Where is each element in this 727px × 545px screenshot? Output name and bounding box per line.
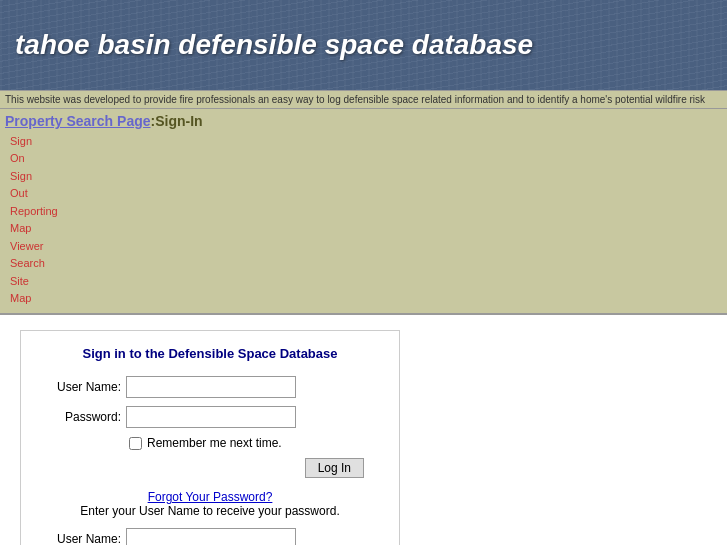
nav-link-on[interactable]: On xyxy=(10,150,722,167)
nav-group-2: Sign Out xyxy=(10,168,722,201)
forgot-username-row: User Name: xyxy=(41,528,379,545)
nav-link-map2[interactable]: Map xyxy=(10,290,722,307)
remember-checkbox[interactable] xyxy=(129,437,142,450)
nav-link-sign-out-o[interactable]: Out xyxy=(10,185,722,202)
nav-link-map1[interactable]: Map xyxy=(10,220,722,237)
forgot-section: Forgot Your Password? Enter your User Na… xyxy=(41,490,379,518)
nav-link-site[interactable]: Site xyxy=(10,273,722,290)
site-header: tahoe basin defensible space database xyxy=(0,0,727,90)
nav-group-3: Reporting Map xyxy=(10,203,722,236)
tagline-text: This website was developed to provide fi… xyxy=(5,94,705,105)
username-label: User Name: xyxy=(41,380,126,394)
nav-link-reporting[interactable]: Reporting xyxy=(10,203,722,220)
nav-bar: Property Search Page:Sign-In Sign On Sig… xyxy=(0,109,727,315)
nav-link-sign-out-s[interactable]: Sign xyxy=(10,168,722,185)
tagline-bar: This website was developed to provide fi… xyxy=(0,90,727,109)
forgot-password-link[interactable]: Forgot Your Password? xyxy=(148,490,273,504)
login-btn-row: Log In xyxy=(41,458,379,478)
password-input[interactable] xyxy=(126,406,296,428)
breadcrumb-page-link[interactable]: Property Search Page xyxy=(5,113,151,129)
breadcrumb-section: :Sign-In xyxy=(151,113,203,129)
remember-label: Remember me next time. xyxy=(147,436,282,450)
breadcrumb: Property Search Page:Sign-In xyxy=(5,113,722,129)
signin-title: Sign in to the Defensible Space Database xyxy=(41,346,379,361)
forgot-username-label: User Name: xyxy=(41,532,126,545)
nav-links: Sign On Sign Out Reporting Map Viewer Se… xyxy=(5,133,722,306)
nav-group-1: Sign On xyxy=(10,133,722,166)
nav-link-search[interactable]: Search xyxy=(10,255,722,272)
signin-box: Sign in to the Defensible Space Database… xyxy=(20,330,400,545)
nav-link-viewer[interactable]: Viewer xyxy=(10,238,722,255)
nav-group-5: Site Map xyxy=(10,273,722,306)
site-title: tahoe basin defensible space database xyxy=(15,28,533,62)
remember-row: Remember me next time. xyxy=(41,436,379,450)
main-content: Sign in to the Defensible Space Database… xyxy=(0,315,727,545)
forgot-instruction: Enter your User Name to receive your pas… xyxy=(80,504,339,518)
forgot-username-input[interactable] xyxy=(126,528,296,545)
password-row: Password: xyxy=(41,406,379,428)
password-label: Password: xyxy=(41,410,126,424)
login-button[interactable]: Log In xyxy=(305,458,364,478)
username-row: User Name: xyxy=(41,376,379,398)
nav-group-4: Viewer Search xyxy=(10,238,722,271)
nav-link-sign[interactable]: Sign xyxy=(10,133,722,150)
username-input[interactable] xyxy=(126,376,296,398)
